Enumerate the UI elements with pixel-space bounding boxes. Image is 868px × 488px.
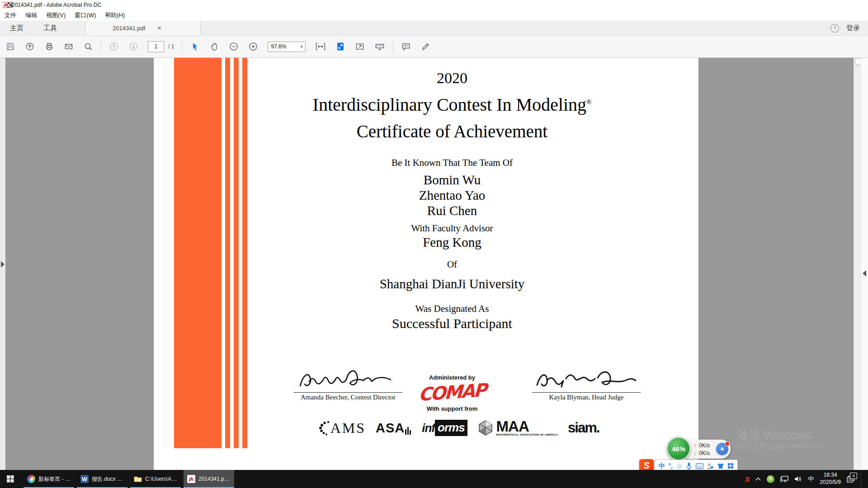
search-icon[interactable] xyxy=(83,42,93,52)
ime-punctuation-icon[interactable]: °, xyxy=(668,463,673,469)
menu-help[interactable]: 帮助(H) xyxy=(100,10,129,21)
pdf-page: 2020 Interdisciplinary Contest In Modeli… xyxy=(154,58,698,470)
tray-time: 18:34 xyxy=(820,472,841,479)
sogou-logo-letter: S xyxy=(643,460,649,471)
certificate-title: Interdisciplinary Contest In Modeling® xyxy=(253,94,651,115)
menu-file[interactable]: 文件 xyxy=(0,10,21,21)
tab-bar: 主页 工具 2014341.pdf ✕ ? 登录 xyxy=(0,21,868,36)
tray-clock[interactable]: 18:34 2020/5/9 xyxy=(820,472,841,486)
sign-in-button[interactable]: 登录 xyxy=(846,24,860,33)
signature-left-handwriting xyxy=(298,367,398,391)
memory-usage-ball[interactable]: 46% xyxy=(666,436,691,461)
ime-emoji-icon[interactable]: ☺ xyxy=(676,463,682,469)
save-icon[interactable] xyxy=(5,42,15,52)
page-total-label: / 1 xyxy=(168,43,174,50)
comap-logo: COMAP xyxy=(411,379,493,406)
download-arrow-icon: ↓ xyxy=(693,450,696,456)
ime-typing-icon[interactable] xyxy=(707,463,713,469)
institution-name: Shanghai DianJi University xyxy=(253,277,651,291)
show-desktop-button[interactable] xyxy=(861,470,863,488)
highlight-pen-icon[interactable] xyxy=(420,42,430,52)
next-page-icon[interactable] xyxy=(128,42,138,52)
share-upload-icon[interactable] xyxy=(25,42,35,52)
vertical-scrollbar[interactable]: ⌃ xyxy=(854,58,861,470)
of-label: Of xyxy=(253,259,651,270)
comap-block: Administered by COMAP With support from xyxy=(411,374,493,412)
signature-line xyxy=(294,392,402,393)
notification-dot xyxy=(725,441,730,446)
informs-text-right: orms xyxy=(435,420,467,436)
certificate-orange-band xyxy=(174,58,222,448)
scroll-up-icon[interactable]: ⌃ xyxy=(855,65,859,70)
tab-close-icon[interactable]: ✕ xyxy=(157,25,161,31)
team-member: Zhentao Yao xyxy=(253,188,651,203)
activate-windows-watermark: 激活 Windows xyxy=(737,427,811,443)
sogou-tray-icon[interactable]: S xyxy=(745,475,750,483)
right-panel-toggle-icon[interactable] xyxy=(863,270,866,277)
volume-icon[interactable] xyxy=(794,476,802,482)
ime-voice-icon[interactable] xyxy=(686,462,692,469)
taskbar-item-acrobat[interactable]: 2014341.pdf - Ad... xyxy=(184,470,234,488)
menu-edit[interactable]: 编辑 xyxy=(21,10,42,21)
fullscreen-icon[interactable] xyxy=(355,42,365,52)
upload-speed: ↑ 0K/s xyxy=(693,442,710,449)
menu-view[interactable]: 视图(V) xyxy=(42,10,70,21)
certificate-orange-stripe xyxy=(242,58,247,448)
fit-page-icon[interactable] xyxy=(335,42,345,52)
ime-keyboard-icon[interactable] xyxy=(696,463,703,469)
siam-logo: siam. xyxy=(568,420,599,436)
team-member: Bomin Wu xyxy=(253,173,651,188)
tab-tools-label: 工具 xyxy=(43,24,57,33)
maa-logo: MAA MATHEMATICAL ASSOCIATION OF AMERICA xyxy=(477,420,558,436)
start-button[interactable] xyxy=(0,470,21,488)
taskbar: 新标签页 - 360极... W 报告.docx - Micro... C:\U… xyxy=(0,470,868,488)
comment-icon[interactable] xyxy=(401,42,411,52)
fit-width-icon[interactable] xyxy=(315,42,326,52)
signature-block-right: Kayla Blyman, Head Judge xyxy=(532,370,641,401)
tab-home[interactable]: 主页 xyxy=(0,21,33,35)
page-display-icon[interactable] xyxy=(374,42,385,52)
selection-tool-icon[interactable] xyxy=(190,42,200,52)
right-panel-strip xyxy=(860,58,868,470)
print-icon[interactable] xyxy=(44,42,54,52)
ams-logo: AMS xyxy=(319,420,366,436)
close-button[interactable] xyxy=(0,0,20,10)
tab-tools[interactable]: 工具 xyxy=(33,21,67,35)
action-center-icon[interactable]: 4 xyxy=(847,475,855,483)
toolbar-separator xyxy=(182,40,182,53)
help-icon[interactable]: ? xyxy=(830,24,839,33)
certificate-year: 2020 xyxy=(253,70,651,87)
ime-toolbox-icon[interactable] xyxy=(727,463,734,469)
tray-expand-icon[interactable] xyxy=(755,477,761,481)
360-safety-tray-icon[interactable]: + xyxy=(767,475,774,483)
taskbar-item-explorer[interactable]: C:\Users\Adminis... xyxy=(130,470,181,488)
page-number-input[interactable] xyxy=(148,41,164,52)
zoom-in-icon[interactable] xyxy=(248,42,258,52)
advisor-label: With Faculty Advisor xyxy=(253,223,651,234)
ime-skin-icon[interactable] xyxy=(717,463,724,469)
activate-windows-watermark-sub: 转到“设置”以激活 Windows。 xyxy=(737,442,825,450)
left-panel-toggle-icon[interactable] xyxy=(1,261,5,267)
input-language-indicator[interactable]: 中 xyxy=(808,475,814,483)
taskbar-item-browser[interactable]: 新标签页 - 360极... xyxy=(24,470,74,488)
ime-mode-chinese[interactable]: 中 xyxy=(659,463,665,469)
taskbar-item-label: 新标签页 - 360极... xyxy=(38,475,71,483)
tab-document[interactable]: 2014341.pdf ✕ xyxy=(85,21,201,35)
windows-logo-icon xyxy=(7,475,14,483)
pdf-icon xyxy=(187,475,195,483)
previous-page-icon[interactable] xyxy=(109,42,119,52)
maa-caption: MATHEMATICAL ASSOCIATION OF AMERICA xyxy=(496,433,558,436)
zoom-level-dropdown[interactable]: 97.6% ▾ xyxy=(268,42,306,52)
menu-bar: 文件 编辑 视图(V) 窗口(W) 帮助(H) xyxy=(0,10,868,21)
signature-right-caption: Kayla Blyman, Head Judge xyxy=(532,394,641,401)
tab-document-label: 2014341.pdf xyxy=(113,25,145,32)
zoom-out-icon[interactable] xyxy=(229,42,239,52)
document-viewer: 2020 Interdisciplinary Contest In Modeli… xyxy=(0,58,868,470)
ams-arc-icon xyxy=(319,420,330,436)
signature-right-handwriting xyxy=(534,370,638,391)
email-icon[interactable] xyxy=(64,42,74,52)
taskbar-item-word[interactable]: W 报告.docx - Micro... xyxy=(77,470,127,488)
menu-window[interactable]: 窗口(W) xyxy=(70,10,100,21)
network-icon[interactable] xyxy=(780,476,788,483)
hand-tool-icon[interactable] xyxy=(209,42,219,52)
